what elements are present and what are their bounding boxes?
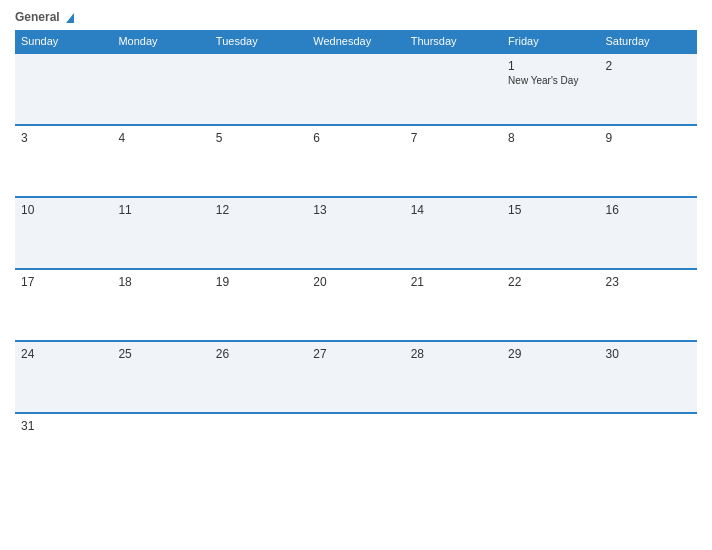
- calendar-cell: 16: [600, 197, 697, 269]
- header-monday: Monday: [112, 30, 209, 53]
- calendar-cell: 2: [600, 53, 697, 125]
- day-number: 4: [118, 131, 203, 145]
- calendar-cell: 25: [112, 341, 209, 413]
- calendar-cell: [112, 413, 209, 485]
- day-number: 10: [21, 203, 106, 217]
- calendar-cell: 8: [502, 125, 599, 197]
- day-number: 3: [21, 131, 106, 145]
- calendar-cell: [600, 413, 697, 485]
- calendar-cell: 14: [405, 197, 502, 269]
- calendar-cell: 19: [210, 269, 307, 341]
- calendar-cell: [307, 53, 404, 125]
- calendar-cell: 3: [15, 125, 112, 197]
- day-number: 5: [216, 131, 301, 145]
- calendar-table: Sunday Monday Tuesday Wednesday Thursday…: [15, 30, 697, 485]
- calendar-cell: [210, 413, 307, 485]
- day-number: 22: [508, 275, 593, 289]
- day-number: 6: [313, 131, 398, 145]
- day-number: 13: [313, 203, 398, 217]
- day-number: 30: [606, 347, 691, 361]
- header-sunday: Sunday: [15, 30, 112, 53]
- calendar-week-row: 24252627282930: [15, 341, 697, 413]
- calendar-cell: [307, 413, 404, 485]
- holiday-label: New Year's Day: [508, 75, 593, 86]
- calendar-cell: 10: [15, 197, 112, 269]
- day-number: 12: [216, 203, 301, 217]
- calendar-week-row: 17181920212223: [15, 269, 697, 341]
- calendar-container: General Sunday Monday Tuesday Wednesday …: [0, 0, 712, 550]
- logo-triangle-icon: [66, 13, 74, 23]
- day-number: 17: [21, 275, 106, 289]
- day-number: 2: [606, 59, 691, 73]
- logo-general-text: General: [15, 10, 74, 24]
- calendar-week-row: 10111213141516: [15, 197, 697, 269]
- calendar-cell: 11: [112, 197, 209, 269]
- calendar-cell: 18: [112, 269, 209, 341]
- day-number: 25: [118, 347, 203, 361]
- calendar-cell: 20: [307, 269, 404, 341]
- weekday-header-row: Sunday Monday Tuesday Wednesday Thursday…: [15, 30, 697, 53]
- calendar-header: General: [15, 10, 697, 24]
- calendar-cell: [210, 53, 307, 125]
- logo: General: [15, 10, 74, 24]
- day-number: 9: [606, 131, 691, 145]
- calendar-cell: 5: [210, 125, 307, 197]
- header-friday: Friday: [502, 30, 599, 53]
- calendar-cell: 21: [405, 269, 502, 341]
- day-number: 29: [508, 347, 593, 361]
- calendar-cell: 29: [502, 341, 599, 413]
- header-saturday: Saturday: [600, 30, 697, 53]
- calendar-cell: 6: [307, 125, 404, 197]
- header-tuesday: Tuesday: [210, 30, 307, 53]
- calendar-cell: 17: [15, 269, 112, 341]
- day-number: 26: [216, 347, 301, 361]
- calendar-cell: 28: [405, 341, 502, 413]
- month-title: [74, 10, 607, 12]
- calendar-week-row: 31: [15, 413, 697, 485]
- calendar-cell: 12: [210, 197, 307, 269]
- calendar-cell: 4: [112, 125, 209, 197]
- calendar-week-row: 3456789: [15, 125, 697, 197]
- day-number: 11: [118, 203, 203, 217]
- day-number: 15: [508, 203, 593, 217]
- calendar-cell: 26: [210, 341, 307, 413]
- day-number: 27: [313, 347, 398, 361]
- calendar-cell: 1New Year's Day: [502, 53, 599, 125]
- calendar-cell: [405, 413, 502, 485]
- calendar-week-row: 1New Year's Day2: [15, 53, 697, 125]
- calendar-cell: [15, 53, 112, 125]
- calendar-cell: [112, 53, 209, 125]
- calendar-cell: 22: [502, 269, 599, 341]
- calendar-cell: 31: [15, 413, 112, 485]
- day-number: 8: [508, 131, 593, 145]
- calendar-cell: 9: [600, 125, 697, 197]
- day-number: 21: [411, 275, 496, 289]
- calendar-cell: [502, 413, 599, 485]
- day-number: 7: [411, 131, 496, 145]
- calendar-cell: 24: [15, 341, 112, 413]
- calendar-cell: 30: [600, 341, 697, 413]
- calendar-cell: 23: [600, 269, 697, 341]
- calendar-cell: 7: [405, 125, 502, 197]
- header-wednesday: Wednesday: [307, 30, 404, 53]
- header-thursday: Thursday: [405, 30, 502, 53]
- day-number: 24: [21, 347, 106, 361]
- day-number: 16: [606, 203, 691, 217]
- day-number: 28: [411, 347, 496, 361]
- day-number: 31: [21, 419, 106, 433]
- day-number: 20: [313, 275, 398, 289]
- calendar-cell: [405, 53, 502, 125]
- calendar-cell: 13: [307, 197, 404, 269]
- day-number: 19: [216, 275, 301, 289]
- day-number: 14: [411, 203, 496, 217]
- calendar-cell: 27: [307, 341, 404, 413]
- calendar-cell: 15: [502, 197, 599, 269]
- day-number: 1: [508, 59, 593, 73]
- day-number: 23: [606, 275, 691, 289]
- country-name: [607, 10, 697, 16]
- day-number: 18: [118, 275, 203, 289]
